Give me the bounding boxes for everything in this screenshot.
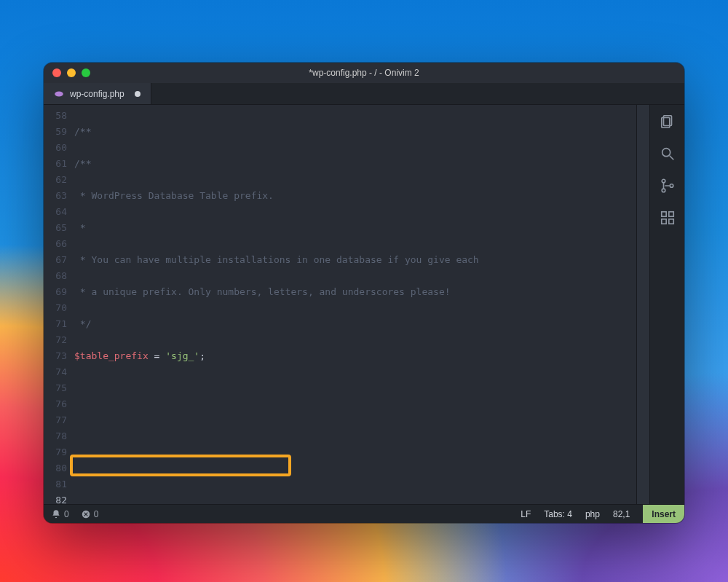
status-bar: 0 0 LF Tabs: 4 php 82,1 Insert: [44, 504, 684, 523]
extensions-icon[interactable]: [660, 210, 676, 226]
vim-mode-indicator: Insert: [643, 505, 684, 524]
svg-point-7: [670, 184, 673, 188]
editor-window: *wp-config.php - / - Onivim 2 wp-config.…: [44, 63, 684, 523]
code-line: [73, 380, 636, 396]
minimize-window-button[interactable]: [67, 68, 76, 77]
svg-rect-11: [668, 219, 673, 224]
code-line: [73, 412, 636, 428]
tab-bar: wp-config.php: [44, 83, 684, 105]
error-icon: [81, 509, 91, 519]
svg-rect-10: [661, 219, 665, 224]
minimap[interactable]: [636, 105, 649, 504]
svg-rect-8: [661, 212, 665, 216]
desktop-wallpaper: *wp-config.php - / - Onivim 2 wp-config.…: [0, 0, 728, 582]
close-window-button[interactable]: [52, 68, 61, 77]
code-line: $table_prefix = 'sjg_';: [73, 348, 636, 364]
bell-icon: [51, 509, 61, 519]
errors-indicator[interactable]: 0: [81, 509, 99, 519]
line-number-gutter: 5859606162636465666768697071727374757677…: [44, 105, 73, 504]
code-area[interactable]: /** /** * WordPress Database Table prefi…: [73, 105, 636, 504]
code-line: */: [74, 318, 91, 329]
source-control-icon[interactable]: [660, 178, 676, 194]
code-line: * You can have multiple installations in…: [74, 254, 479, 265]
activity-bar: [649, 105, 684, 504]
zoom-window-button[interactable]: [82, 68, 90, 77]
tab-wp-config[interactable]: wp-config.php: [44, 83, 151, 104]
traffic-lights: [52, 68, 90, 77]
code-line: /**: [74, 158, 91, 169]
search-icon[interactable]: [660, 146, 676, 162]
titlebar[interactable]: *wp-config.php - / - Onivim 2: [44, 63, 684, 83]
code-line: * WordPress Database Table prefix.: [74, 190, 274, 201]
window-title: *wp-config.php - / - Onivim 2: [309, 68, 419, 78]
editor-body: 5859606162636465666768697071727374757677…: [44, 105, 684, 504]
code-line: /**: [74, 126, 91, 137]
svg-point-0: [55, 91, 63, 96]
dirty-indicator-icon: [135, 91, 141, 97]
language-indicator[interactable]: php: [585, 509, 600, 519]
svg-point-3: [662, 149, 670, 157]
svg-line-4: [669, 156, 673, 160]
indentation-indicator[interactable]: Tabs: 4: [544, 509, 572, 519]
vertical-scrollbar[interactable]: [628, 105, 636, 504]
files-icon[interactable]: [660, 114, 676, 130]
code-line: [73, 476, 636, 492]
code-line: * a unique prefix. Only numbers, letters…: [74, 286, 451, 297]
php-file-icon: [54, 89, 64, 99]
eol-indicator[interactable]: LF: [521, 509, 531, 519]
svg-rect-9: [668, 212, 673, 216]
cursor-position[interactable]: 82,1: [613, 509, 630, 519]
notifications-indicator[interactable]: 0: [51, 509, 69, 519]
tab-label: wp-config.php: [70, 89, 124, 99]
svg-point-6: [662, 189, 665, 192]
code-line: [73, 444, 636, 460]
code-line: *: [74, 222, 86, 233]
svg-point-5: [662, 179, 665, 183]
code-editor[interactable]: 5859606162636465666768697071727374757677…: [44, 105, 649, 504]
